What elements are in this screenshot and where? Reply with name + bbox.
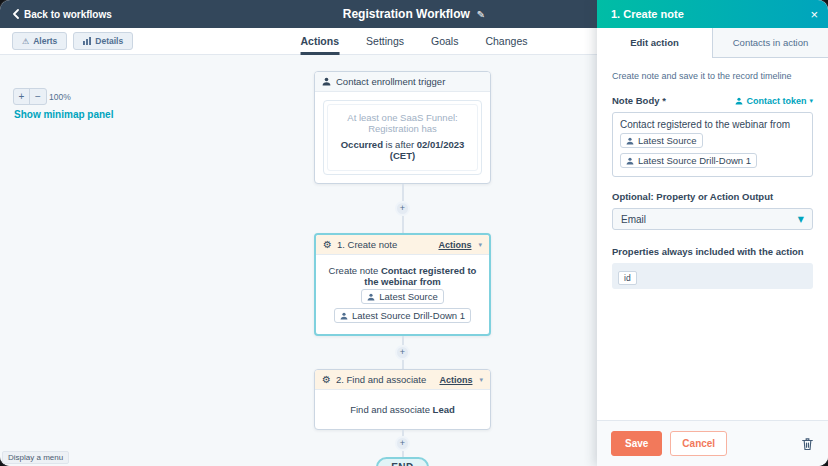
- contact-person-icon: [626, 157, 634, 165]
- add-action-button-1[interactable]: +: [395, 201, 410, 216]
- left-buttons: ⚠ Alerts Details: [12, 32, 133, 50]
- token-row: Latest Source Drill-Down 1: [620, 151, 805, 170]
- back-label: Back to workflows: [24, 9, 112, 20]
- token-chip-latest-source[interactable]: Latest Source: [620, 133, 703, 148]
- display-menu-hint: Display a menu: [2, 451, 69, 464]
- create-note-body: Create note Contact registered to the we…: [316, 255, 489, 334]
- show-minimap-link[interactable]: Show minimap panel: [14, 109, 113, 120]
- chevron-left-icon: [12, 9, 19, 19]
- create-note-card[interactable]: ⚙ 1. Create note Actions▾ Create note Co…: [314, 233, 491, 336]
- zoom-in-button[interactable]: +: [14, 89, 30, 104]
- workflow-flow-column: Contact enrollment trigger At least one …: [314, 71, 491, 466]
- contact-token-label: Contact token: [746, 96, 806, 106]
- zoom-out-button[interactable]: −: [30, 89, 46, 104]
- add-action-button-2[interactable]: +: [395, 345, 410, 360]
- create-note-title: 1. Create note: [337, 239, 434, 250]
- workflow-editor-window: Back to workflows Registration Workflow …: [0, 0, 828, 466]
- caret-down-icon: ▾: [478, 241, 482, 249]
- chart-bars-icon: [83, 37, 91, 45]
- caret-down-icon: ▼: [798, 215, 804, 224]
- connector-line: [402, 216, 404, 233]
- node1-actions-menu[interactable]: Actions: [438, 240, 471, 250]
- gear-icon: ⚙: [322, 375, 331, 385]
- tab-actions[interactable]: Actions: [301, 28, 340, 55]
- save-button[interactable]: Save: [611, 431, 662, 456]
- tab-contacts-in-action[interactable]: Contacts in action: [712, 28, 828, 57]
- main-tabs: Actions Settings Goals Changes: [301, 28, 528, 55]
- selected-value: Email: [621, 214, 798, 225]
- contact-person-icon: [367, 293, 375, 301]
- optional-label: Optional: Property or Action Output: [612, 191, 773, 202]
- connector-line: [402, 184, 404, 201]
- trigger-criteria: At least one SaaS Funnel: Registration h…: [332, 112, 473, 134]
- caret-down-icon: ▾: [809, 97, 813, 105]
- contact-person-icon: [322, 77, 331, 86]
- find-associate-title: 2. Find and associate: [336, 374, 435, 385]
- zoom-level: 100%: [49, 92, 71, 102]
- alerts-button[interactable]: ⚠ Alerts: [12, 32, 67, 50]
- tab-settings[interactable]: Settings: [366, 28, 404, 55]
- panel-description: Create note and save it to the record ti…: [612, 71, 813, 81]
- edit-pencil-icon[interactable]: ✎: [477, 9, 485, 20]
- trigger-filter-box[interactable]: At least one SaaS Funnel: Registration h…: [323, 100, 482, 175]
- note-body-editor[interactable]: Contact registered to the webinar from L…: [612, 112, 813, 177]
- tab-changes[interactable]: Changes: [485, 28, 527, 55]
- alerts-label: Alerts: [33, 36, 57, 46]
- workflow-title: Registration Workflow ✎: [343, 0, 486, 28]
- optional-row: Optional: Property or Action Output: [612, 191, 813, 202]
- node2-body-bold: Lead: [433, 404, 455, 415]
- caret-down-icon: ▾: [479, 376, 483, 384]
- trigger-occurred: Occurred: [341, 139, 383, 150]
- cancel-button[interactable]: Cancel: [670, 431, 727, 456]
- panel-header: 1. Create note ×: [597, 0, 828, 28]
- panel-title: 1. Create note: [611, 8, 810, 20]
- create-note-header: ⚙ 1. Create note Actions▾: [316, 235, 489, 255]
- details-button[interactable]: Details: [73, 32, 133, 50]
- panel-tabs: Edit action Contacts in action: [597, 28, 828, 58]
- property-select[interactable]: Email ▼: [612, 208, 813, 230]
- close-icon[interactable]: ×: [810, 8, 818, 21]
- token-chip-drilldown[interactable]: Latest Source Drill-Down 1: [620, 153, 757, 168]
- note-body-label: Note Body *: [612, 95, 666, 106]
- find-associate-body: Find and associate Lead: [315, 390, 490, 429]
- note-text: Contact registered to the webinar from: [620, 119, 805, 130]
- token-label: Latest Source Drill-Down 1: [352, 310, 465, 321]
- node2-body-prefix: Find and associate: [350, 404, 432, 415]
- included-properties-box: id: [612, 263, 813, 289]
- contact-token-link[interactable]: Contact token ▾: [735, 96, 813, 106]
- end-node: END: [376, 457, 429, 466]
- tab-goals[interactable]: Goals: [431, 28, 458, 55]
- workflow-canvas[interactable]: + − 100% Show minimap panel Display a me…: [0, 55, 597, 466]
- find-associate-card[interactable]: ⚙ 2. Find and associate Actions▾ Find an…: [314, 369, 491, 430]
- node2-actions-menu[interactable]: Actions: [439, 375, 472, 385]
- workflow-title-text: Registration Workflow: [343, 7, 470, 21]
- property-chip-id: id: [618, 271, 637, 285]
- token-label: Latest Source Drill-Down 1: [638, 155, 751, 166]
- trigger-condition: Occurred is after 02/01/2023 (CET): [332, 139, 473, 161]
- token-label: Latest Source: [379, 291, 438, 302]
- trigger-card-header: Contact enrollment trigger: [315, 72, 490, 92]
- details-label: Details: [95, 36, 123, 46]
- edit-action-panel: 1. Create note × Edit action Contacts in…: [597, 0, 828, 466]
- contact-person-icon: [626, 137, 634, 145]
- add-action-button-3[interactable]: +: [395, 436, 410, 451]
- find-associate-header: ⚙ 2. Find and associate Actions▾: [315, 370, 490, 390]
- node1-body-bold: Contact registered to the webinar from: [364, 265, 476, 287]
- note-body-row: Note Body * Contact token ▾: [612, 95, 813, 106]
- token-chip-latest-source: Latest Source: [361, 289, 444, 304]
- gear-icon: ⚙: [323, 240, 332, 250]
- back-to-workflows-link[interactable]: Back to workflows: [12, 0, 112, 28]
- connector-line: [402, 336, 404, 345]
- contact-person-icon: [735, 97, 743, 105]
- properties-label: Properties always included with the acti…: [612, 246, 804, 257]
- panel-body: Create note and save it to the record ti…: [597, 58, 828, 420]
- zoom-controls: + −: [13, 88, 47, 105]
- trigger-card-body: At least one SaaS Funnel: Registration h…: [315, 92, 490, 183]
- trigger-title: Contact enrollment trigger: [336, 76, 483, 87]
- trigger-is-after: is after: [383, 139, 417, 150]
- delete-action-trash-icon[interactable]: [801, 437, 814, 451]
- panel-footer: Save Cancel: [597, 420, 828, 466]
- token-label: Latest Source: [638, 135, 697, 146]
- tab-edit-action[interactable]: Edit action: [597, 28, 712, 58]
- enrollment-trigger-card[interactable]: Contact enrollment trigger At least one …: [314, 71, 491, 184]
